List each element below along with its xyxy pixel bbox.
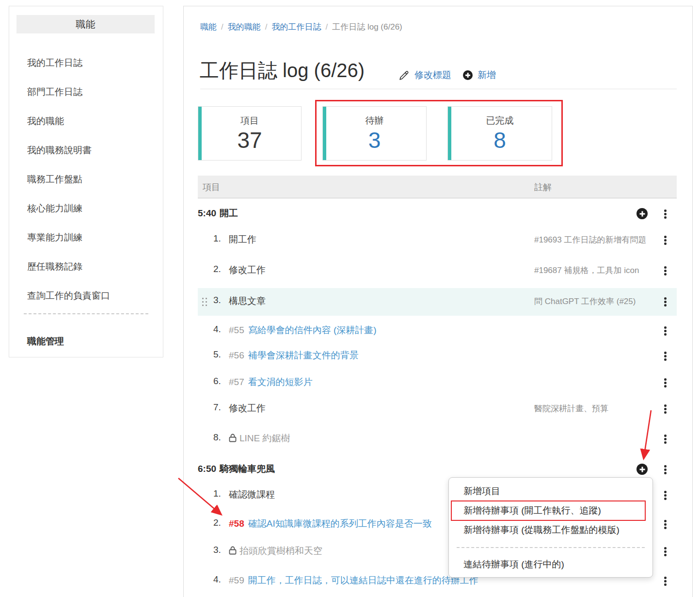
pencil-icon xyxy=(398,70,410,81)
add-item-icon[interactable] xyxy=(636,208,648,219)
sidebar-item-my-competency[interactable]: 我的職能 xyxy=(27,115,64,128)
kebab-menu-icon[interactable] xyxy=(664,266,667,275)
stat-value: 3 xyxy=(323,127,426,153)
sidebar-header[interactable]: 職能 xyxy=(16,15,155,33)
title-divider xyxy=(200,89,677,89)
sidebar-item-my-job-description[interactable]: 我的職務說明書 xyxy=(27,144,92,157)
kebab-menu-icon[interactable] xyxy=(664,352,667,361)
page-title: 工作日誌 log (6/26) xyxy=(200,57,365,84)
item-text: 確認微課程 xyxy=(229,488,275,501)
item-text: 修改工作 xyxy=(229,402,266,415)
kebab-menu-icon[interactable] xyxy=(664,210,667,219)
item-text-label: LINE 約鋸樹 xyxy=(239,433,290,443)
item-number: 5. xyxy=(213,349,225,360)
item-number: 3. xyxy=(213,545,225,555)
sidebar-item-query-contact[interactable]: 查詢工作的負責窗口 xyxy=(27,290,110,302)
log-item-row: 6. #57看文涓的短影片 xyxy=(198,376,677,390)
item-number: 2. xyxy=(213,264,225,274)
item-number: 2. xyxy=(213,517,225,528)
log-item-row: 8. LINE 約鋸樹 xyxy=(198,432,677,447)
kebab-menu-icon[interactable] xyxy=(664,491,667,500)
stat-value: 37 xyxy=(198,127,301,153)
log-table-header: 項目 註解 xyxy=(198,176,677,198)
breadcrumb-current: 工作日誌 log (6/26) xyxy=(332,21,402,32)
add-button[interactable]: 新增 xyxy=(477,69,496,81)
sidebar-item-my-work-log[interactable]: 我的工作日誌 xyxy=(27,57,82,69)
kebab-menu-icon[interactable] xyxy=(664,378,667,387)
item-note: #19687 補規格，工具加 icon xyxy=(534,265,639,276)
kebab-menu-icon[interactable] xyxy=(664,326,667,336)
kebab-menu-icon[interactable] xyxy=(664,404,667,414)
kebab-menu-icon[interactable] xyxy=(664,465,667,474)
breadcrumb-separator: / xyxy=(325,22,328,32)
section-title: 騎獨輪車兜風 xyxy=(220,464,275,474)
breadcrumb-link-competency[interactable]: 職能 xyxy=(200,21,217,32)
title-actions: 修改標題 新增 xyxy=(398,69,496,81)
item-link[interactable]: 開工作，工作日誌，可以連結日誌中還在進行的待辦工作 xyxy=(248,575,478,585)
breadcrumb-link-my-work-log[interactable]: 我的工作日誌 xyxy=(271,21,321,32)
edit-title-button[interactable]: 修改標題 xyxy=(414,69,451,81)
item-number: 8. xyxy=(213,432,225,443)
item-note: 問 ChatGPT 工作效率 (#25) xyxy=(534,296,636,307)
item-text: #55寫給學會的信件內容 (深耕計畫) xyxy=(229,324,377,337)
log-item-row: 1. 開工作 #19693 工作日誌的新增有問題 xyxy=(198,233,677,248)
section-header-row: 5:40開工 xyxy=(198,207,677,222)
kebab-menu-icon[interactable] xyxy=(664,435,667,444)
item-number: 1. xyxy=(213,488,225,499)
sidebar-divider xyxy=(24,313,148,314)
sidebar-item-competency-management[interactable]: 職能管理 xyxy=(27,335,64,348)
stat-label: 待辦 xyxy=(323,114,426,127)
breadcrumb-separator: / xyxy=(221,22,223,32)
section-time: 5:40 xyxy=(198,208,216,218)
item-link[interactable]: 確認AI知識庫微課程的系列工作內容是否一致 xyxy=(248,518,432,529)
item-text: #56補學會深耕計畫文件的背景 xyxy=(229,349,359,362)
log-item-row: 4. #55寫給學會的信件內容 (深耕計畫) xyxy=(198,324,677,339)
section-header-row: 6:50騎獨輪車兜風 xyxy=(198,463,677,477)
context-menu: 新增項目 新增待辦事項 (開工作執行、追蹤) 新增待辦事項 (從職務工作盤點的模… xyxy=(448,477,653,578)
item-note: 醫院深耕計畫、預算 xyxy=(534,403,608,414)
menu-item-add-todo-track[interactable]: 新增待辦事項 (開工作執行、追蹤) xyxy=(463,504,601,517)
add-item-icon[interactable] xyxy=(636,464,648,475)
sidebar-item-job-inventory[interactable]: 職務工作盤點 xyxy=(27,173,82,186)
item-number: 3. xyxy=(213,295,225,306)
item-number: 7. xyxy=(213,402,225,413)
item-id: #56 xyxy=(229,350,244,360)
breadcrumb-separator: / xyxy=(265,22,268,32)
log-item-row: 2. 修改工作 #19687 補規格，工具加 icon xyxy=(198,264,677,278)
kebab-menu-icon[interactable] xyxy=(664,547,667,556)
item-link[interactable]: 補學會深耕計畫文件的背景 xyxy=(248,350,359,360)
item-id: #57 xyxy=(229,377,244,387)
kebab-menu-icon[interactable] xyxy=(664,297,667,307)
item-text: #59開工作，工作日誌，可以連結日誌中還在進行的待辦工作 xyxy=(229,574,478,587)
log-item-row: 7. 修改工作 醫院深耕計畫、預算 xyxy=(198,402,677,417)
stat-card-items: 項目 37 xyxy=(198,106,302,161)
breadcrumb-link-my-competency[interactable]: 我的職能 xyxy=(228,21,261,32)
menu-item-add-item[interactable]: 新增項目 xyxy=(463,484,500,498)
breadcrumb: 職能 / 我的職能 / 我的工作日誌 / 工作日誌 log (6/26) xyxy=(200,21,402,32)
stat-label: 已完成 xyxy=(448,114,552,127)
menu-item-add-todo-template[interactable]: 新增待辦事項 (從職務工作盤點的模版) xyxy=(463,523,620,537)
item-text: 構思文章 xyxy=(229,295,266,307)
kebab-menu-icon[interactable] xyxy=(664,577,667,586)
column-header-note: 註解 xyxy=(534,181,552,193)
lock-icon xyxy=(229,546,237,557)
item-text: LINE 約鋸樹 xyxy=(229,432,290,445)
item-text: 修改工作 xyxy=(229,264,266,276)
sidebar-item-core-training[interactable]: 核心能力訓練 xyxy=(27,202,82,215)
plus-circle-icon[interactable] xyxy=(463,70,473,80)
menu-divider xyxy=(457,547,645,548)
drag-handle-icon[interactable] xyxy=(202,298,207,307)
sidebar-item-professional-training[interactable]: 專業能力訓練 xyxy=(27,231,82,244)
item-text-label: 抬頭欣賞樹梢和天空 xyxy=(239,546,322,556)
item-id-highlighted: #58 xyxy=(229,518,244,529)
sidebar-item-past-positions[interactable]: 歷任職務記錄 xyxy=(27,260,82,273)
menu-item-link-todo-inprogress[interactable]: 連結待辦事項 (進行中的) xyxy=(463,558,564,571)
stat-value: 8 xyxy=(448,127,552,153)
kebab-menu-icon[interactable] xyxy=(664,520,667,529)
kebab-menu-icon[interactable] xyxy=(664,236,667,245)
item-link[interactable]: 看文涓的短影片 xyxy=(248,377,313,387)
sidebar-item-dept-work-log[interactable]: 部門工作日誌 xyxy=(27,86,82,98)
item-id: #59 xyxy=(229,575,244,585)
item-link[interactable]: 寫給學會的信件內容 (深耕計畫) xyxy=(248,325,377,335)
item-text: #57看文涓的短影片 xyxy=(229,376,313,388)
